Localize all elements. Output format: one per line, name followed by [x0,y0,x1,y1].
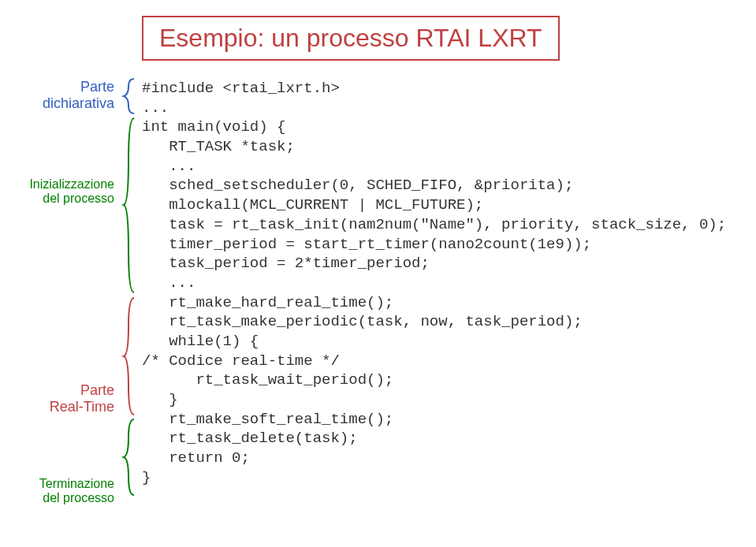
code-line: RT_TASK *task; [142,138,295,155]
code-line: return 0; [142,449,250,467]
label-inizializzazione: Inizializzazione del processo [0,177,114,206]
brace-icon [122,296,138,416]
code-line: ... [142,274,196,292]
label-text: Terminazione [0,477,114,491]
code-line: task_period = 2*timer_period; [142,255,430,272]
code-line: rt_task_delete(task); [142,430,358,447]
code-line: rt_task_wait_period(); [142,371,393,389]
slide-title: Esempio: un processo RTAI LXRT [159,24,542,52]
label-terminazione: Terminazione del processo [0,477,114,505]
brace-icon [122,117,138,294]
code-line: rt_make_soft_real_time(); [142,411,393,428]
code-line: /* Codice real-time */ [142,352,340,370]
label-text: Parte [0,79,114,95]
title-box: Esempio: un processo RTAI LXRT [142,16,560,61]
label-text: Parte [0,382,114,399]
code-line: } [142,391,178,408]
label-text: Inizializzazione [0,177,114,192]
code-line: #include <rtai_lxrt.h> [142,80,340,97]
code-line: } [142,469,151,486]
code-line: rt_task_make_periodic(task, now, task_pe… [142,313,583,330]
label-text: Real-Time [0,399,114,415]
code-line: ... [142,158,196,175]
label-text: del processo [0,192,114,206]
code-line: sched_setscheduler(0, SCHED_FIFO, &prior… [142,177,573,194]
code-line: while(1) { [142,333,259,350]
label-text: del processo [0,491,114,505]
code-line: timer_period = start_rt_timer(nano2count… [142,236,591,253]
code-line: rt_make_hard_real_time(); [142,294,393,311]
code-line: mlockall(MCL_CURRENT | MCL_FUTURE); [142,196,483,214]
brace-icon [122,77,138,115]
label-dichiarativa: Parte dichiarativa [0,79,114,112]
label-realtime: Parte Real-Time [0,382,114,415]
code-block: #include <rtai_lxrt.h> ... int main(void… [142,79,726,487]
brace-icon [122,418,138,497]
label-text: dichiarativa [0,95,114,112]
code-line: task = rt_task_init(nam2num("Name"), pri… [142,216,726,233]
code-line: ... [142,99,169,117]
code-line: int main(void) { [142,118,285,136]
